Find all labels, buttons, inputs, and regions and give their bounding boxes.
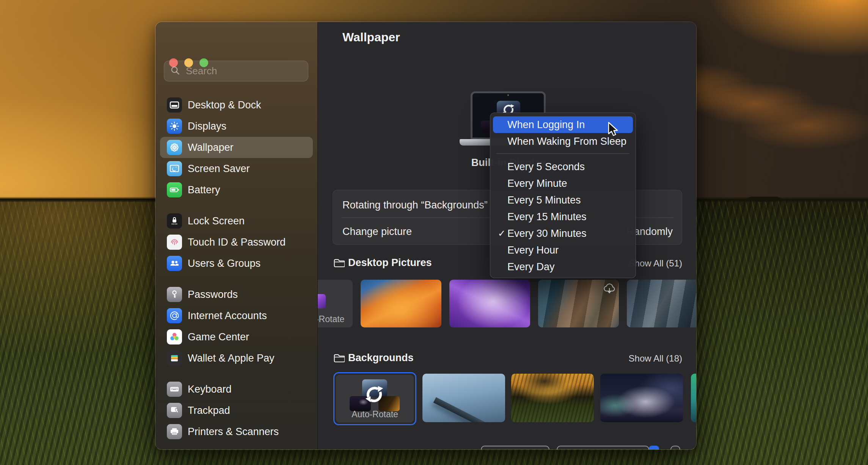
menu-item-every-day[interactable]: Every Day — [493, 258, 633, 275]
thumbnail-auto-rotate-partial[interactable]: ⟳ Auto-Rotate — [317, 280, 353, 327]
thumbnail-ventura[interactable] — [361, 280, 441, 327]
search-field[interactable] — [164, 61, 308, 81]
at-icon — [167, 308, 182, 323]
rotating-status-text: Rotating through “Backgrounds” — [342, 199, 488, 211]
fingerprint-icon — [167, 235, 182, 250]
thumbnail-aurora-partial[interactable] — [691, 374, 696, 422]
keyboard-icon — [167, 382, 182, 397]
sidebar-item-printers-scanners[interactable]: Printers & Scanners — [160, 421, 313, 442]
sidebar: Desktop & Dock Displays Wallpaper Screen… — [155, 22, 317, 449]
sidebar-item-label: Desktop & Dock — [188, 99, 261, 111]
thumbnail-catalina[interactable] — [627, 280, 696, 327]
sidebar-item-keyboard[interactable]: Keyboard — [160, 379, 313, 400]
auto-rotate-label: Auto-Rotate — [336, 409, 414, 420]
menu-item-every-15-minutes[interactable]: Every 15 Minutes — [493, 208, 633, 225]
mouse-cursor-icon — [606, 122, 621, 140]
sidebar-item-desktop-dock[interactable]: Desktop & Dock — [160, 94, 313, 116]
sidebar-item-label: Screen Saver — [188, 163, 250, 175]
section-header-backgrounds: Backgrounds Show All (18) — [318, 352, 696, 365]
thumbnail-monterey[interactable] — [449, 280, 530, 327]
sidebar-item-label: Trackpad — [188, 405, 230, 416]
menu-item-every-hour[interactable]: Every Hour — [493, 242, 633, 258]
sidebar-item-label: Displays — [188, 121, 226, 132]
sidebar-item-wallet[interactable]: Wallet & Apple Pay — [160, 348, 313, 369]
printer-icon — [167, 424, 182, 439]
sidebar-item-displays[interactable]: Displays — [160, 116, 313, 137]
scrolled-button-partial[interactable] — [557, 446, 649, 449]
show-all-link[interactable]: Show All (18) — [629, 353, 682, 364]
folder-icon — [333, 353, 345, 365]
wallpaper-icon — [167, 140, 182, 155]
game-center-icon — [167, 329, 182, 344]
thumbnail-foggy-pier[interactable] — [422, 374, 505, 422]
sidebar-list: Desktop & Dock Displays Wallpaper Screen… — [155, 94, 317, 442]
sidebar-item-wallpaper[interactable]: Wallpaper — [160, 137, 313, 158]
sidebar-item-users-groups[interactable]: Users & Groups — [160, 253, 313, 274]
sidebar-item-screen-saver[interactable]: Screen Saver — [160, 158, 313, 179]
menu-item-every-5-minutes[interactable]: Every 5 Minutes — [493, 192, 633, 208]
sidebar-item-battery[interactable]: Battery — [160, 179, 313, 200]
sidebar-item-lock-screen[interactable]: Lock Screen — [160, 210, 313, 232]
thumbnail-auto-rotate-selected[interactable]: Auto-Rotate — [333, 372, 416, 425]
screen-saver-icon — [167, 161, 182, 176]
checkmark-icon: ✓ — [496, 228, 507, 239]
sidebar-item-label: Wallet & Apple Pay — [188, 352, 275, 364]
lock-icon — [167, 213, 182, 229]
menu-item-every-30-minutes[interactable]: ✓ Every 30 Minutes — [493, 225, 633, 242]
desktop-dock-icon — [167, 97, 182, 113]
sidebar-item-passwords[interactable]: Passwords — [160, 284, 313, 305]
sidebar-item-label: Wallpaper — [188, 142, 234, 153]
users-icon — [167, 256, 182, 271]
section-title: Desktop Pictures — [348, 257, 432, 269]
scrolled-button-partial-blue[interactable] — [649, 446, 659, 449]
sidebar-item-touch-id[interactable]: Touch ID & Password — [160, 232, 313, 253]
search-icon — [170, 66, 180, 77]
sidebar-item-label: Touch ID & Password — [188, 236, 286, 248]
scrolled-button-partial-round[interactable] — [670, 446, 680, 449]
trackpad-icon — [167, 403, 182, 418]
sidebar-item-label: Game Center — [188, 331, 249, 343]
thumbnail-night-sky[interactable] — [600, 374, 683, 422]
sidebar-item-game-center[interactable]: Game Center — [160, 326, 313, 348]
sidebar-item-trackpad[interactable]: Trackpad — [160, 400, 313, 421]
search-input[interactable] — [185, 65, 314, 77]
page-title: Wallpaper — [342, 30, 400, 44]
sidebar-item-label: Keyboard — [188, 384, 232, 395]
change-picture-label: Change picture — [342, 226, 412, 238]
scrolled-button-partial[interactable] — [481, 446, 549, 449]
menu-item-every-5-seconds[interactable]: Every 5 Seconds — [493, 158, 633, 175]
sidebar-item-label: Users & Groups — [188, 258, 261, 269]
show-all-link[interactable]: Show All (51) — [629, 258, 682, 269]
sidebar-item-label: Passwords — [188, 289, 238, 301]
section-title: Backgrounds — [348, 352, 414, 364]
key-icon — [167, 287, 182, 302]
sidebar-item-label: Internet Accounts — [188, 310, 267, 322]
mini-thumb — [317, 294, 326, 308]
wallet-icon — [167, 351, 182, 366]
sidebar-item-label: Battery — [188, 184, 220, 196]
auto-rotate-label: Auto-Rotate — [317, 314, 352, 324]
menu-separator — [496, 153, 629, 154]
battery-icon — [167, 182, 182, 197]
auto-rotate-arrows-icon — [363, 382, 386, 407]
thumbnail-grass-sunset[interactable] — [511, 374, 594, 422]
menu-item-every-minute[interactable]: Every Minute — [493, 175, 633, 192]
thumbnail-big-sur[interactable] — [538, 280, 619, 327]
sidebar-item-label: Printers & Scanners — [188, 426, 279, 438]
system-settings-window: Desktop & Dock Displays Wallpaper Screen… — [155, 22, 697, 450]
displays-icon — [167, 119, 182, 134]
sidebar-item-label: Lock Screen — [188, 215, 245, 227]
cloud-download-icon — [603, 283, 616, 296]
folder-icon — [333, 258, 345, 269]
sidebar-item-internet-accounts[interactable]: Internet Accounts — [160, 305, 313, 326]
